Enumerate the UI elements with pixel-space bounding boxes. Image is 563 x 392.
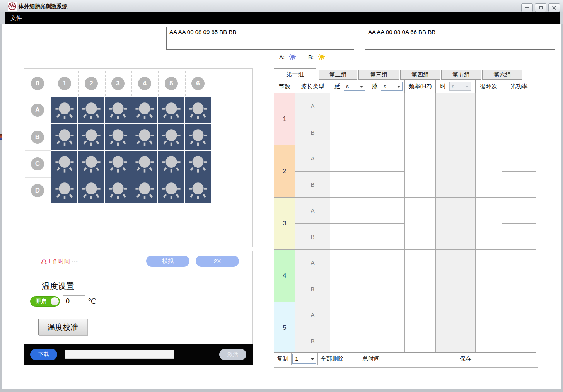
menu-item-file[interactable]: 文件 xyxy=(10,15,22,22)
download-button[interactable]: 下载 xyxy=(30,349,57,360)
well-D4[interactable] xyxy=(131,177,158,204)
plate-column-header-3[interactable]: 3 xyxy=(111,77,125,90)
loop-count-cell[interactable] xyxy=(475,145,502,197)
tab-group-4[interactable]: 第四组 xyxy=(400,70,440,80)
tab-group-1[interactable]: 第一组 xyxy=(274,68,316,80)
pulse-a-cell[interactable] xyxy=(370,198,404,223)
rx-message-box[interactable]: AA AA 00 08 0A 66 BB BB xyxy=(365,27,555,50)
delay-b-cell[interactable] xyxy=(330,223,370,249)
well-B5[interactable] xyxy=(158,124,184,150)
copy-count-select[interactable]: 1 xyxy=(292,354,316,364)
activate-button[interactable]: 激活 xyxy=(219,349,246,360)
delete-all-button[interactable]: 全部删除 xyxy=(317,353,346,365)
power-b-cell[interactable] xyxy=(502,171,536,197)
loop-count-cell[interactable] xyxy=(475,198,502,249)
speed-2x-button[interactable]: 2X xyxy=(196,256,239,267)
well-B1[interactable] xyxy=(51,124,78,150)
pulse-b-cell[interactable] xyxy=(370,328,404,354)
delay-b-cell[interactable] xyxy=(330,171,370,197)
plate-row-header-C[interactable]: C xyxy=(31,157,44,170)
loop-count-cell[interactable] xyxy=(475,302,502,354)
loop-count-cell[interactable] xyxy=(475,93,502,145)
simulate-button[interactable]: 模拟 xyxy=(146,256,189,267)
plate-column-header-1[interactable]: 1 xyxy=(58,77,71,90)
well-D5[interactable] xyxy=(158,177,184,204)
tab-group-5[interactable]: 第五组 xyxy=(441,70,481,80)
pulse-b-cell[interactable] xyxy=(370,119,404,145)
pulse-a-cell[interactable] xyxy=(370,93,404,119)
well-D1[interactable] xyxy=(51,177,78,204)
pulse-b-cell[interactable] xyxy=(370,276,404,302)
power-a-cell[interactable] xyxy=(502,250,536,276)
pulse-a-cell[interactable] xyxy=(370,250,404,276)
delay-unit-select[interactable]: s xyxy=(344,82,365,91)
delay-b-cell[interactable] xyxy=(330,328,370,354)
delay-a-cell[interactable] xyxy=(330,302,370,328)
power-b-cell[interactable] xyxy=(502,223,536,249)
pulse-a-cell[interactable] xyxy=(370,302,404,328)
plate-column-header-0[interactable]: 0 xyxy=(31,77,44,90)
well-D6[interactable] xyxy=(184,177,211,204)
plate-column-header-6[interactable]: 6 xyxy=(191,77,205,90)
pulse-b-cell[interactable] xyxy=(370,223,404,249)
plate-column-header-5[interactable]: 5 xyxy=(165,77,178,90)
frequency-cell[interactable] xyxy=(404,302,435,354)
temperature-input[interactable] xyxy=(63,295,85,307)
plate-row-header-D[interactable]: D xyxy=(31,184,44,197)
plate-column-header-4[interactable]: 4 xyxy=(138,77,151,90)
power-b-cell[interactable] xyxy=(502,328,536,354)
well-A5[interactable] xyxy=(158,97,184,124)
power-a-cell[interactable] xyxy=(502,145,536,171)
well-A6[interactable] xyxy=(184,97,211,124)
plate-row-header-A[interactable]: A xyxy=(31,104,44,117)
well-B3[interactable] xyxy=(104,124,131,150)
tab-group-2[interactable]: 第二组 xyxy=(319,70,357,80)
power-b-cell[interactable] xyxy=(502,119,536,145)
close-button[interactable] xyxy=(548,3,560,12)
well-A3[interactable] xyxy=(104,97,131,124)
copy-button[interactable]: 复制 xyxy=(274,353,291,365)
power-a-cell[interactable] xyxy=(502,198,536,223)
plate-row-header-B[interactable]: B xyxy=(31,131,44,144)
well-B6[interactable] xyxy=(184,124,211,150)
well-C2[interactable] xyxy=(78,150,104,177)
well-C1[interactable] xyxy=(51,150,78,177)
pulse-unit-select[interactable]: s xyxy=(381,82,403,91)
frequency-cell[interactable] xyxy=(404,250,435,302)
save-button[interactable]: 保存 xyxy=(396,353,536,365)
delay-b-cell[interactable] xyxy=(330,276,370,302)
well-A1[interactable] xyxy=(51,97,78,124)
well-C4[interactable] xyxy=(131,150,158,177)
well-C6[interactable] xyxy=(184,150,211,177)
well-A2[interactable] xyxy=(78,97,104,124)
well-C3[interactable] xyxy=(104,150,131,177)
delay-a-cell[interactable] xyxy=(330,145,370,171)
power-a-cell[interactable] xyxy=(502,93,536,119)
plate-column-header-2[interactable]: 2 xyxy=(85,77,98,90)
temperature-calibrate-button[interactable]: 温度校准 xyxy=(38,319,87,335)
frequency-cell[interactable] xyxy=(404,93,435,145)
frequency-cell[interactable] xyxy=(404,145,435,197)
delay-a-cell[interactable] xyxy=(330,93,370,119)
well-C5[interactable] xyxy=(158,150,184,177)
pulse-a-cell[interactable] xyxy=(370,145,404,171)
maximize-button[interactable] xyxy=(535,3,546,12)
loop-count-cell[interactable] xyxy=(475,250,502,302)
power-b-cell[interactable] xyxy=(502,276,536,302)
frequency-cell[interactable] xyxy=(404,198,435,249)
power-a-cell[interactable] xyxy=(502,302,536,328)
tx-message-box[interactable]: AA AA 00 08 09 65 BB BB xyxy=(166,27,354,50)
delay-a-cell[interactable] xyxy=(330,198,370,223)
tab-group-3[interactable]: 第三组 xyxy=(358,70,399,80)
well-B4[interactable] xyxy=(131,124,158,150)
well-B2[interactable] xyxy=(78,124,104,150)
well-A4[interactable] xyxy=(131,97,158,124)
delay-b-cell[interactable] xyxy=(330,119,370,145)
temperature-toggle[interactable]: 开启 xyxy=(30,296,60,307)
pulse-b-cell[interactable] xyxy=(370,171,404,197)
well-D2[interactable] xyxy=(78,177,104,204)
delay-a-cell[interactable] xyxy=(330,250,370,276)
tab-group-6[interactable]: 第六组 xyxy=(482,70,522,80)
minimize-button[interactable] xyxy=(521,3,533,12)
well-D3[interactable] xyxy=(104,177,131,204)
